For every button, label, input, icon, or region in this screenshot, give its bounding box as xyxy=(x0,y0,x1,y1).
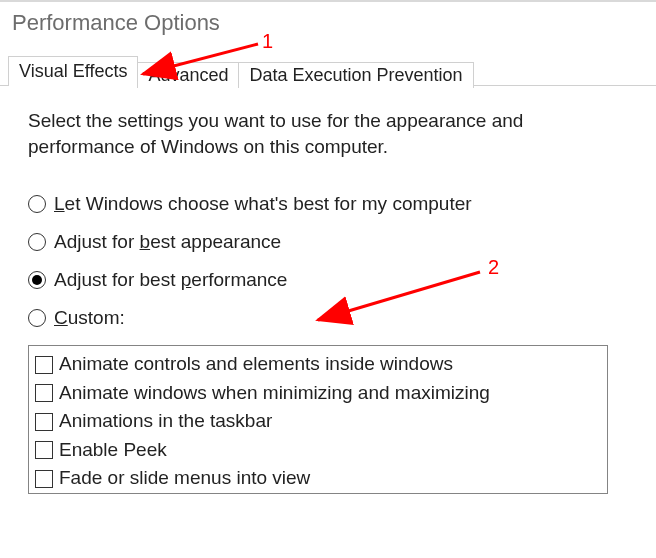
effects-listbox[interactable]: Animate controls and elements inside win… xyxy=(28,345,608,494)
radio-icon xyxy=(28,271,46,289)
radio-best-appearance[interactable]: Adjust for best appearance xyxy=(28,231,628,253)
checkbox-icon[interactable] xyxy=(35,413,53,431)
effect-item[interactable]: Enable Peek xyxy=(35,436,601,465)
radio-label: Adjust for best appearance xyxy=(54,231,281,253)
effect-label: Animate controls and elements inside win… xyxy=(59,350,453,379)
effect-item[interactable]: Animate windows when minimizing and maxi… xyxy=(35,379,601,408)
radio-custom[interactable]: Custom: xyxy=(28,307,628,329)
radio-best-performance[interactable]: Adjust for best performance xyxy=(28,269,628,291)
radio-icon xyxy=(28,309,46,327)
tab-visual-effects[interactable]: Visual Effects xyxy=(8,56,138,86)
tab-label: Advanced xyxy=(148,65,228,85)
effect-label: Enable Peek xyxy=(59,436,167,465)
radio-icon xyxy=(28,195,46,213)
performance-options-window: Performance Options Visual Effects Advan… xyxy=(0,0,656,494)
tab-advanced[interactable]: Advanced xyxy=(137,62,239,88)
checkbox-icon[interactable] xyxy=(35,441,53,459)
effect-item[interactable]: Animations in the taskbar xyxy=(35,407,601,436)
effect-label: Animate windows when minimizing and maxi… xyxy=(59,379,490,408)
radio-icon xyxy=(28,233,46,251)
radio-let-windows-choose[interactable]: Let Windows choose what's best for my co… xyxy=(28,193,628,215)
radio-label: Let Windows choose what's best for my co… xyxy=(54,193,472,215)
tab-strip: Visual Effects Advanced Data Execution P… xyxy=(0,54,656,86)
effect-item[interactable]: Animate controls and elements inside win… xyxy=(35,350,601,379)
checkbox-icon[interactable] xyxy=(35,470,53,488)
effect-label: Animations in the taskbar xyxy=(59,407,272,436)
radio-label: Adjust for best performance xyxy=(54,269,287,291)
tab-label: Data Execution Prevention xyxy=(249,65,462,85)
radio-label: Custom: xyxy=(54,307,125,329)
tab-panel-visual-effects: Select the settings you want to use for … xyxy=(0,86,656,494)
tab-dep[interactable]: Data Execution Prevention xyxy=(238,62,473,88)
checkbox-icon[interactable] xyxy=(35,356,53,374)
effect-label: Fade or slide menus into view xyxy=(59,464,310,493)
description-text: Select the settings you want to use for … xyxy=(28,108,588,159)
preset-radio-group: Let Windows choose what's best for my co… xyxy=(28,193,628,329)
effect-item[interactable]: Fade or slide menus into view xyxy=(35,464,601,493)
window-title: Performance Options xyxy=(0,0,656,54)
tab-label: Visual Effects xyxy=(19,61,127,81)
checkbox-icon[interactable] xyxy=(35,384,53,402)
